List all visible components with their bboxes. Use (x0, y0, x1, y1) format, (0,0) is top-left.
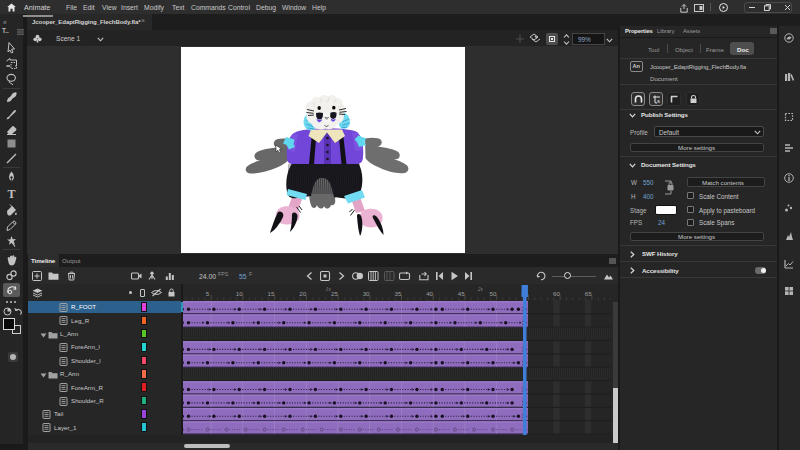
svg-text:15: 15 (268, 290, 275, 297)
svg-text:60: 60 (553, 290, 560, 297)
svg-text:10: 10 (236, 290, 243, 297)
svg-text:1s: 1s (326, 286, 332, 292)
svg-text:2s: 2s (478, 286, 484, 292)
svg-text:40: 40 (426, 290, 433, 297)
svg-text:20: 20 (299, 290, 306, 297)
svg-text:65: 65 (585, 290, 592, 297)
svg-text:30: 30 (363, 290, 370, 297)
svg-text:50: 50 (490, 290, 497, 297)
svg-text:35: 35 (394, 290, 401, 297)
svg-text:25: 25 (331, 290, 338, 297)
svg-text:5: 5 (206, 290, 210, 297)
svg-text:T: T (7, 187, 15, 200)
svg-text:s: s (657, 98, 660, 104)
svg-text:45: 45 (458, 290, 465, 297)
